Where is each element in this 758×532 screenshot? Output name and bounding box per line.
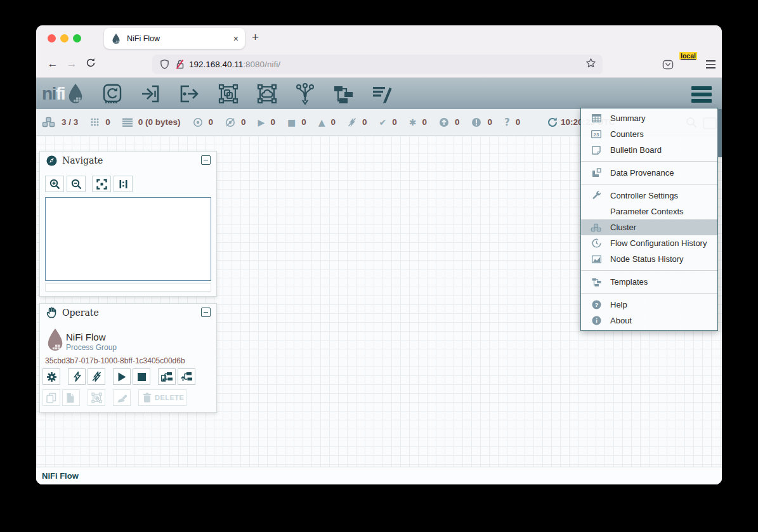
- menu-label: Summary: [610, 114, 646, 123]
- menu-separator: [581, 293, 717, 294]
- enable-button[interactable]: [68, 368, 86, 385]
- processor-icon[interactable]: [101, 83, 123, 105]
- component-palette: [101, 83, 393, 105]
- menu-label: Parameter Contexts: [610, 207, 684, 216]
- new-tab-button[interactable]: +: [252, 30, 259, 44]
- scrollbar-thumb[interactable]: [717, 109, 722, 157]
- zoom-fit-button[interactable]: [92, 176, 111, 192]
- queued-icon: [122, 118, 133, 127]
- queued-count: 0 (0 bytes): [138, 117, 181, 127]
- operate-palette: Operate NiFi Flow Process Group 35cbd3b7…: [39, 303, 217, 413]
- templates-icon: [590, 278, 603, 287]
- menu-item-parameter-contexts[interactable]: Parameter Contexts: [581, 204, 717, 219]
- compass-icon: [46, 155, 57, 166]
- menu-item-about[interactable]: i About: [581, 313, 717, 328]
- birdseye-minimap[interactable]: [45, 197, 211, 281]
- template-icon[interactable]: [332, 83, 354, 105]
- breadcrumb-root[interactable]: NiFi Flow: [42, 471, 79, 481]
- menu-separator: [581, 184, 717, 185]
- menu-item-node-status-history[interactable]: Node Status History: [581, 251, 717, 267]
- zoom-out-button[interactable]: [67, 176, 86, 192]
- menu-item-help[interactable]: ? Help: [581, 297, 717, 313]
- menu-item-counters[interactable]: 23 Counters: [581, 126, 717, 142]
- menu-item-cluster[interactable]: Cluster: [581, 219, 717, 235]
- operate-actions-row1: [42, 368, 197, 385]
- browser-actions: local: [662, 55, 716, 74]
- label-icon[interactable]: [371, 83, 393, 105]
- upload-template-button[interactable]: [178, 368, 195, 385]
- collapse-operate-button[interactable]: [201, 308, 211, 317]
- close-window-button[interactable]: [48, 34, 56, 42]
- reload-button[interactable]: [84, 58, 98, 70]
- tab-close-icon[interactable]: ×: [233, 34, 239, 44]
- help-icon-text: ?: [594, 301, 598, 308]
- transmitting-count: 0: [209, 117, 214, 127]
- stale-icon: [439, 117, 449, 127]
- active-threads-status: 0: [90, 117, 110, 127]
- group-button[interactable]: [88, 389, 105, 406]
- zoom-in-button[interactable]: [45, 176, 64, 192]
- fill-color-button[interactable]: [113, 389, 131, 406]
- remote-process-group-icon[interactable]: [256, 83, 278, 105]
- menu-separator: [581, 270, 717, 271]
- create-template-button[interactable]: [158, 368, 176, 385]
- menu-label: Cluster: [610, 223, 636, 232]
- funnel-icon[interactable]: [295, 83, 315, 105]
- active-threads-icon: [90, 117, 100, 127]
- back-button[interactable]: ←: [46, 58, 60, 70]
- cluster-icon: [42, 117, 56, 127]
- paste-button[interactable]: [62, 389, 80, 406]
- stopped-count: 0: [301, 117, 306, 127]
- url-bar[interactable]: 192.168.40.11:8080/nifi/: [152, 55, 603, 74]
- pocket-icon[interactable]: [662, 58, 674, 71]
- menu-item-bulletin-board[interactable]: Bulletin Board: [581, 142, 717, 158]
- counters-icon: 23: [590, 130, 603, 138]
- bookmark-star-icon[interactable]: [585, 58, 596, 71]
- breadcrumb[interactable]: NiFi Flow: [36, 467, 722, 484]
- configure-button[interactable]: [42, 368, 60, 385]
- stop-button[interactable]: [133, 368, 150, 385]
- browser-tab[interactable]: NiFi Flow ×: [104, 28, 245, 49]
- insecure-lock-icon[interactable]: [175, 59, 185, 70]
- minimize-window-button[interactable]: [60, 34, 69, 42]
- nifi-logo: nifi: [42, 82, 85, 105]
- cluster-icon: [590, 223, 603, 232]
- menu-item-flow-configuration-history[interactable]: Flow Configuration History: [581, 235, 717, 251]
- stopped-status: ■0: [287, 117, 306, 127]
- tracking-shield-icon[interactable]: [160, 59, 169, 70]
- transmitting-status: 0: [193, 117, 214, 127]
- menu-item-data-provenance[interactable]: Data Provenance: [581, 165, 717, 181]
- menu-label: Node Status History: [610, 254, 684, 264]
- start-button[interactable]: [113, 368, 131, 385]
- menu-item-templates[interactable]: Templates: [581, 274, 717, 290]
- menu-item-controller-settings[interactable]: Controller Settings: [581, 188, 717, 204]
- zoom-actual-size-button[interactable]: [114, 176, 133, 192]
- menu-item-summary[interactable]: Summary: [581, 110, 717, 126]
- profile-avatar[interactable]: local: [683, 58, 697, 72]
- global-menu-button[interactable]: [690, 85, 713, 104]
- disable-button[interactable]: [88, 368, 105, 385]
- navigate-controls: [45, 176, 135, 192]
- process-group-icon[interactable]: [218, 83, 239, 105]
- maximize-window-button[interactable]: [73, 34, 81, 42]
- output-port-icon[interactable]: [179, 83, 200, 105]
- nifi-toolbar: nifi: [36, 78, 722, 109]
- sync-failure-status: ?0: [504, 117, 520, 128]
- help-icon: ?: [590, 300, 603, 309]
- global-menu-dropdown: Summary 23 Counters Bulletin Board Data …: [580, 108, 718, 331]
- selected-component-name: NiFi Flow: [66, 332, 106, 342]
- locally-modified-count: 0: [422, 117, 427, 127]
- collapse-navigate-button[interactable]: [201, 155, 211, 165]
- input-port-icon[interactable]: [140, 83, 162, 105]
- url-path: :8080/nifi/: [243, 60, 280, 69]
- running-icon: ▶: [258, 117, 265, 127]
- browser-menu-icon[interactable]: [706, 60, 716, 68]
- copy-button[interactable]: [42, 389, 60, 406]
- profile-badge: local: [679, 52, 697, 60]
- delete-button-label: DELETE: [155, 394, 184, 401]
- forward-button[interactable]: →: [65, 58, 79, 70]
- sync-failure-count: 0: [516, 117, 521, 127]
- process-group-drop-icon: [46, 328, 65, 353]
- refresh-icon[interactable]: [547, 117, 558, 130]
- delete-button[interactable]: DELETE: [138, 389, 186, 406]
